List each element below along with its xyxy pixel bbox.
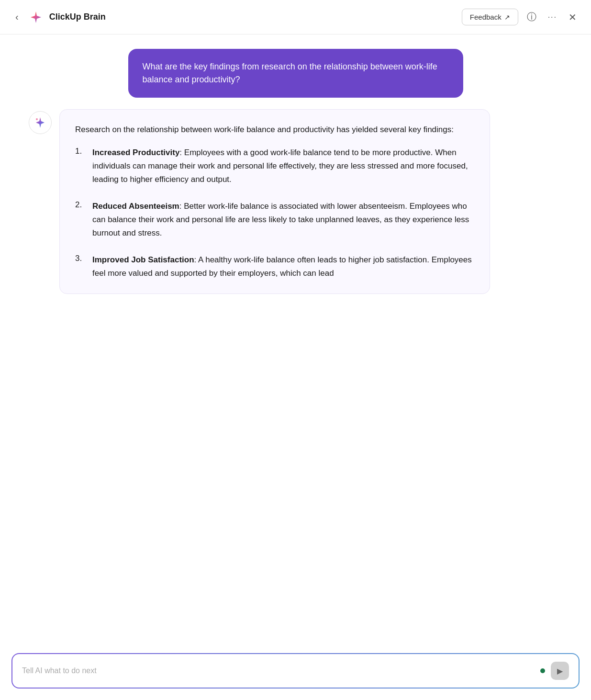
ai-sparkle-icon: [33, 116, 47, 129]
feedback-label: Feedback: [470, 13, 502, 21]
app-container: ‹ ClickUp Brain Feedback ↗: [0, 0, 591, 700]
ai-response-card: Research on the relationship between wor…: [59, 109, 490, 294]
finding-content-1: Increased Productivity: Employees with a…: [92, 146, 474, 186]
more-icon: ···: [548, 13, 557, 22]
finding-item-2: 2. Reduced Absenteeism: Better work-life…: [75, 200, 474, 240]
header: ‹ ClickUp Brain Feedback ↗: [0, 0, 591, 34]
ai-avatar: [29, 111, 52, 134]
status-dot-icon: [540, 668, 545, 673]
send-icon: ▶: [557, 666, 563, 676]
finding-item-3: 3. Improved Job Satisfaction: A healthy …: [75, 253, 474, 280]
finding-number-2: 2.: [75, 200, 85, 210]
info-button[interactable]: ⓘ: [524, 8, 539, 26]
external-link-icon: ↗: [504, 13, 510, 21]
send-button[interactable]: ▶: [551, 662, 569, 680]
chat-input[interactable]: [22, 666, 535, 675]
finding-content-3: Improved Job Satisfaction: A healthy wor…: [92, 253, 474, 280]
ai-response-wrapper: Research on the relationship between wor…: [19, 109, 572, 294]
finding-title-2: Reduced Absenteeism: [92, 202, 179, 211]
finding-number-3: 3.: [75, 253, 85, 263]
back-button[interactable]: ‹: [11, 10, 22, 24]
header-right: Feedback ↗ ⓘ ··· ✕: [462, 8, 580, 26]
finding-content-2: Reduced Absenteeism: Better work-life ba…: [92, 200, 474, 240]
input-wrapper: ▶: [11, 653, 580, 689]
main-content: What are the key findings from research …: [0, 34, 591, 700]
ai-intro-text: Research on the relationship between wor…: [75, 123, 474, 136]
clickup-brain-logo-icon: [28, 10, 44, 25]
finding-title-3: Improved Job Satisfaction: [92, 255, 194, 264]
input-area: ▶: [0, 645, 591, 700]
app-title: ClickUp Brain: [49, 12, 106, 22]
feedback-button[interactable]: Feedback ↗: [462, 9, 518, 25]
close-icon: ✕: [569, 11, 577, 23]
more-options-button[interactable]: ···: [545, 10, 560, 24]
info-icon: ⓘ: [527, 11, 536, 23]
header-left: ‹ ClickUp Brain: [11, 10, 106, 25]
findings-list: 1. Increased Productivity: Employees wit…: [75, 146, 474, 280]
chat-area: What are the key findings from research …: [0, 34, 591, 645]
svg-point-0: [36, 118, 38, 120]
user-message-text: What are the key findings from research …: [143, 62, 437, 84]
finding-number-1: 1.: [75, 146, 85, 156]
finding-item-1: 1. Increased Productivity: Employees wit…: [75, 146, 474, 186]
user-message-wrapper: What are the key findings from research …: [19, 49, 572, 98]
finding-title-1: Increased Productivity: [92, 148, 179, 157]
user-message: What are the key findings from research …: [128, 49, 463, 98]
close-button[interactable]: ✕: [566, 9, 580, 26]
